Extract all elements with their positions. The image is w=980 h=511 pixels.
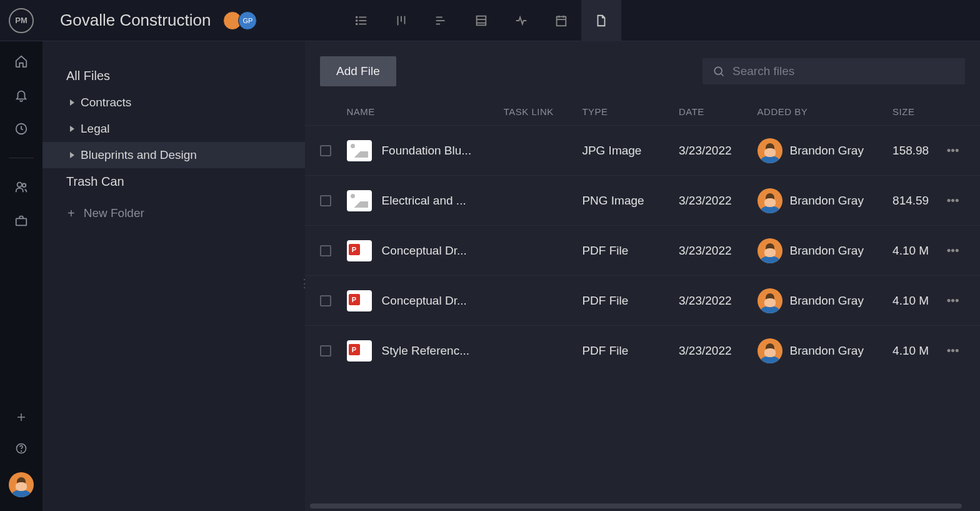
current-user-avatar[interactable] [9,472,34,497]
app-logo[interactable]: PM [0,8,42,33]
svg-point-21 [22,184,26,188]
svg-point-4 [356,20,357,21]
col-header-date[interactable]: DATE [679,106,758,117]
view-switcher [341,0,621,41]
home-icon[interactable] [14,54,29,69]
added-by-name: Brandon Gray [790,194,864,208]
col-header-name[interactable]: NAME [347,106,504,117]
row-checkbox[interactable] [320,145,331,156]
file-size: 158.98 [892,144,941,158]
table-row[interactable]: Electrical and ...PNG Image3/23/2022Bran… [305,175,980,225]
file-date: 3/23/2022 [679,244,758,258]
folder-legal[interactable]: Legal [42,116,305,142]
clock-icon[interactable] [14,121,29,136]
file-toolbar: Add File [305,41,980,98]
folder-sidebar: All Files Contracts Legal Blueprints and… [42,41,305,511]
file-thumbnail-icon: P [347,290,372,311]
user-avatar [758,238,782,263]
horizontal-scrollbar[interactable] [310,503,975,508]
rail-separator [9,158,34,158]
file-table-body: Foundation Blu...JPG Image3/23/2022Brand… [305,125,980,375]
svg-rect-12 [476,16,486,25]
col-header-task-link[interactable]: TASK LINK [504,106,582,117]
caret-right-icon [70,99,74,106]
folder-all-files[interactable]: All Files [42,63,305,89]
logo-circle: PM [9,8,34,33]
folder-label: Contracts [81,96,131,109]
file-name: Foundation Blu... [382,144,472,158]
file-name: Electrical and ... [382,194,466,208]
table-row[interactable]: PConceptual Dr...PDF File3/23/2022Brando… [305,225,980,275]
row-checkbox[interactable] [320,345,331,357]
view-list-icon[interactable] [341,0,381,41]
pdf-badge-icon: P [349,294,360,305]
file-table-header: NAME TASK LINK TYPE DATE ADDED BY SIZE [305,98,980,125]
team-icon[interactable] [14,180,29,195]
search-input[interactable] [732,64,955,78]
file-name: Style Referenc... [382,344,469,358]
user-avatar [758,188,782,213]
folder-label: Legal [81,122,110,136]
view-gantt-icon[interactable] [421,0,461,41]
user-avatar [758,338,782,363]
row-checkbox[interactable] [320,245,331,256]
view-calendar-icon[interactable] [541,0,581,41]
more-actions-icon[interactable]: ••• [941,294,965,308]
table-row[interactable]: Foundation Blu...JPG Image3/23/2022Brand… [305,125,980,175]
add-file-button[interactable]: Add File [320,56,396,86]
file-date: 3/23/2022 [679,144,758,158]
file-type: PDF File [582,294,679,308]
resize-handle-icon[interactable]: ⋮ [299,276,309,290]
member-avatar-2[interactable]: GP [238,11,257,30]
svg-point-20 [18,183,22,187]
row-checkbox[interactable] [320,195,331,206]
help-icon[interactable] [14,441,29,456]
folder-trash[interactable]: Trash Can [42,168,305,195]
col-header-size[interactable]: SIZE [892,106,941,117]
more-actions-icon[interactable]: ••• [941,344,965,358]
svg-rect-22 [16,218,27,225]
briefcase-icon[interactable] [14,213,29,228]
view-files-icon[interactable] [581,0,621,41]
file-thumbnail-icon [347,190,372,211]
more-actions-icon[interactable]: ••• [941,144,965,158]
file-type: PDF File [582,344,679,358]
file-content-area: Add File NAME TASK LINK TYPE DATE ADDED … [305,41,980,511]
file-name: Conceptual Dr... [382,244,467,258]
col-header-type[interactable]: TYPE [582,106,679,117]
file-date: 3/23/2022 [679,344,758,358]
project-members[interactable]: GP [227,11,257,30]
file-size: 4.10 M [892,344,941,358]
user-avatar [758,138,782,163]
folder-blueprints-design[interactable]: Blueprints and Design [42,142,305,168]
search-icon [712,65,725,78]
folder-contracts[interactable]: Contracts [42,89,305,116]
file-type: PDF File [582,244,679,258]
svg-line-28 [721,74,724,76]
search-box[interactable] [702,58,965,84]
more-actions-icon[interactable]: ••• [941,194,965,208]
nav-rail [0,41,42,511]
added-by-name: Brandon Gray [790,344,864,358]
user-avatar [758,288,782,313]
table-row[interactable]: PStyle Referenc...PDF File3/23/2022Brand… [305,325,980,375]
svg-point-26 [21,451,22,452]
view-activity-icon[interactable] [501,0,541,41]
bell-icon[interactable] [14,88,29,103]
new-folder-button[interactable]: + New Folder [42,195,305,226]
folder-label: Blueprints and Design [81,148,197,162]
view-board-icon[interactable] [381,0,421,41]
file-thumbnail-icon: P [347,340,372,362]
view-sheet-icon[interactable] [461,0,501,41]
scrollbar-thumb[interactable] [310,503,962,508]
file-type: PNG Image [582,194,679,208]
plus-icon[interactable] [14,410,29,425]
more-actions-icon[interactable]: ••• [941,244,965,258]
added-by-name: Brandon Gray [790,294,864,308]
plus-icon: + [68,207,75,220]
file-date: 3/23/2022 [679,194,758,208]
table-row[interactable]: PConceptual Dr...PDF File3/23/2022Brando… [305,275,980,325]
file-size: 814.59 [892,194,941,208]
row-checkbox[interactable] [320,295,331,306]
col-header-added-by[interactable]: ADDED BY [758,106,892,117]
